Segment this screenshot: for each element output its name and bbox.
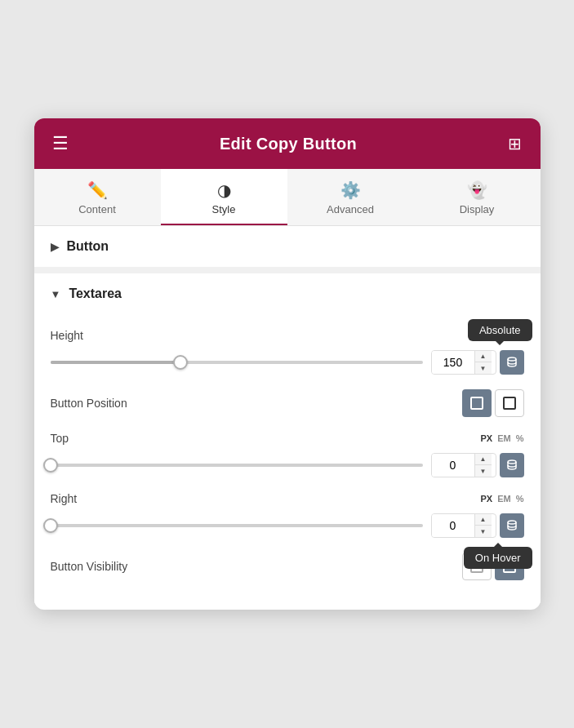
height-db-icon[interactable] xyxy=(500,350,524,375)
height-label-row: Height xyxy=(51,329,524,342)
right-unit-em[interactable]: EM xyxy=(497,494,511,504)
top-label: Top xyxy=(51,432,69,445)
style-icon: ◑ xyxy=(217,180,231,200)
right-slider-thumb[interactable] xyxy=(43,518,58,533)
top-unit-pct[interactable]: % xyxy=(516,433,524,443)
top-spinners: ▲ ▼ xyxy=(474,454,492,477)
right-label: Right xyxy=(51,492,78,505)
right-slider-track[interactable] xyxy=(51,524,423,527)
tab-display[interactable]: 👻 Display xyxy=(414,169,541,225)
top-slider-track[interactable] xyxy=(51,464,423,467)
top-spin-up[interactable]: ▲ xyxy=(475,454,492,465)
tab-advanced[interactable]: ⚙️ Advanced xyxy=(287,169,414,225)
tabs-bar: ✏️ Content ◑ Style ⚙️ Advanced 👻 Display xyxy=(34,169,541,226)
button-position-field: Button Position xyxy=(51,389,524,417)
right-spin-down[interactable]: ▼ xyxy=(475,526,492,537)
right-unit-group: PX EM % xyxy=(481,494,524,504)
button-position-toggle-group xyxy=(459,389,524,417)
button-position-label-row: Button Position xyxy=(51,389,524,417)
button-visibility-field: Button Visibility xyxy=(51,553,524,580)
visibility-white-square xyxy=(470,560,483,573)
right-spinners: ▲ ▼ xyxy=(474,514,492,537)
panel-title: Edit Copy Button xyxy=(220,135,357,153)
position-toggle-dark[interactable] xyxy=(462,389,492,417)
tab-content-label: Content xyxy=(78,203,116,215)
tab-content[interactable]: ✏️ Content xyxy=(34,169,161,225)
button-visibility-label-row: Button Visibility xyxy=(51,553,524,580)
height-input-wrap: ▲ ▼ xyxy=(431,350,496,375)
header: ☰ Edit Copy Button ⊞ xyxy=(34,118,541,169)
textarea-section: ▼ Textarea Height xyxy=(34,273,541,603)
height-label: Height xyxy=(51,329,83,342)
visibility-dark-square xyxy=(503,560,516,573)
button-section-header[interactable]: ▶ Button xyxy=(34,226,541,267)
top-slider-thumb[interactable] xyxy=(43,458,58,473)
height-spinners: ▲ ▼ xyxy=(474,351,492,374)
height-input-group: ▲ ▼ xyxy=(431,350,524,375)
panel: ☰ Edit Copy Button ⊞ ✏️ Content ◑ Style … xyxy=(34,118,541,610)
textarea-section-label: Textarea xyxy=(69,286,122,301)
visibility-btn-dark[interactable] xyxy=(495,553,524,580)
db-svg xyxy=(506,357,518,368)
right-input-wrap: ▲ ▼ xyxy=(431,513,496,538)
display-icon: 👻 xyxy=(467,180,487,200)
right-db-svg xyxy=(506,520,518,531)
grid-icon[interactable]: ⊞ xyxy=(508,134,522,153)
top-input[interactable] xyxy=(432,454,474,477)
svg-point-2 xyxy=(508,521,516,524)
top-unit-group: PX EM % xyxy=(481,433,524,443)
top-label-row: Top PX EM % xyxy=(51,432,524,445)
textarea-section-header[interactable]: ▼ Textarea xyxy=(34,273,541,314)
height-slider-row: ▲ ▼ xyxy=(51,350,524,375)
top-input-group: ▲ ▼ xyxy=(431,453,524,477)
height-field: Height ▲ ▼ xyxy=(51,329,524,375)
height-slider-track[interactable] xyxy=(51,361,423,364)
button-position-label: Button Position xyxy=(51,397,127,410)
menu-icon[interactable]: ☰ xyxy=(52,133,69,154)
right-input[interactable] xyxy=(432,514,474,537)
top-field: Top PX EM % xyxy=(51,432,524,477)
top-input-wrap: ▲ ▼ xyxy=(431,453,496,477)
height-input[interactable] xyxy=(432,351,474,374)
right-field: Right PX EM % xyxy=(51,492,524,538)
height-spin-up[interactable]: ▲ xyxy=(475,351,492,362)
visibility-btn-white[interactable] xyxy=(462,553,492,580)
right-unit-pct[interactable]: % xyxy=(516,494,524,504)
top-db-icon[interactable] xyxy=(500,453,524,477)
right-input-group: ▲ ▼ On Hove xyxy=(431,513,524,538)
visibility-toggle-group xyxy=(459,553,524,580)
content-area: ▶ Button ▼ Textarea Height xyxy=(34,226,541,603)
top-spin-down[interactable]: ▼ xyxy=(475,465,492,477)
right-spin-up[interactable]: ▲ xyxy=(475,514,492,526)
button-section-label: Button xyxy=(67,239,109,254)
button-visibility-label: Button Visibility xyxy=(51,560,128,573)
position-toggle-light[interactable] xyxy=(495,389,524,417)
content-icon: ✏️ xyxy=(87,180,108,200)
height-slider-fill xyxy=(51,361,181,364)
textarea-section-body: Height ▲ ▼ xyxy=(34,329,541,603)
height-slider-thumb[interactable] xyxy=(173,355,188,370)
tab-display-label: Display xyxy=(460,203,495,215)
advanced-icon: ⚙️ xyxy=(340,180,361,200)
tab-style-label: Style xyxy=(212,203,236,215)
top-slider-row: ▲ ▼ xyxy=(51,453,524,477)
tab-style[interactable]: ◑ Style xyxy=(161,169,287,225)
svg-point-0 xyxy=(508,357,516,361)
svg-point-1 xyxy=(508,460,516,464)
right-slider-row: ▲ ▼ On Hove xyxy=(51,513,524,538)
position-dark-square xyxy=(470,397,483,410)
top-unit-em[interactable]: EM xyxy=(497,433,511,443)
button-arrow-icon: ▶ xyxy=(51,241,59,253)
top-db-svg xyxy=(506,459,518,471)
top-unit-px[interactable]: PX xyxy=(481,433,493,443)
right-db-icon[interactable]: On Hover xyxy=(500,513,524,538)
right-label-row: Right PX EM % xyxy=(51,492,524,505)
button-section: ▶ Button xyxy=(34,226,541,267)
height-spin-down[interactable]: ▼ xyxy=(475,362,492,374)
tab-advanced-label: Advanced xyxy=(327,203,374,215)
right-unit-px[interactable]: PX xyxy=(481,494,493,504)
position-light-square xyxy=(503,397,516,410)
textarea-arrow-icon: ▼ xyxy=(51,288,61,300)
